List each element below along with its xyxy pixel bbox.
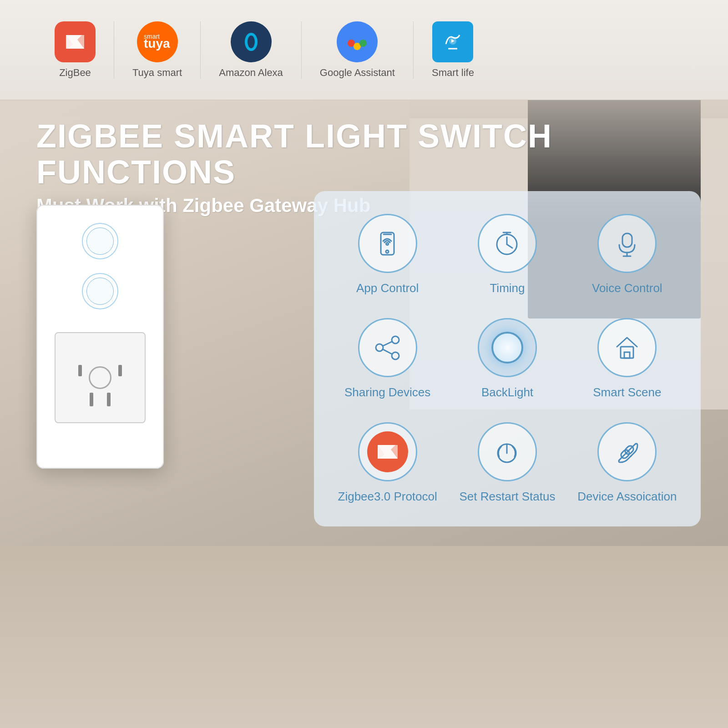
features-panel: App Control Timing Voice Control xyxy=(314,191,701,526)
feature-zigbee: Zigbee3.0 Protocol xyxy=(332,422,443,504)
feature-voice-control: Voice Control xyxy=(572,214,682,295)
switch-device xyxy=(36,205,164,469)
link-icon xyxy=(612,437,642,467)
feature-label-sharing: Sharing Devices xyxy=(344,385,430,399)
zigbee-inner-logo xyxy=(367,431,408,472)
home-icon xyxy=(612,333,642,363)
feature-restart: Set Restart Status xyxy=(452,422,562,504)
room-floor xyxy=(0,546,728,728)
power-outlet xyxy=(55,332,146,423)
switch-button-inner-1 xyxy=(86,228,114,255)
feature-label-zigbee: Zigbee3.0 Protocol xyxy=(338,490,437,504)
mic-icon xyxy=(612,229,642,258)
feature-app-control: App Control xyxy=(332,214,443,295)
tuya-logo: tuya smart xyxy=(137,21,178,62)
zigbee-logo xyxy=(55,21,96,62)
feature-label-voice-control: Voice Control xyxy=(592,281,662,295)
share-icon xyxy=(373,333,402,363)
switch-button-2[interactable] xyxy=(82,273,118,309)
alexa-logo-item: Amazon Alexa xyxy=(201,21,302,79)
outlet-slot-left xyxy=(78,365,82,376)
phone-icon xyxy=(373,229,402,258)
feature-smart-scene: Smart Scene xyxy=(572,318,682,399)
feature-label-device-association: Device Assoication xyxy=(577,490,677,504)
clock-icon xyxy=(492,229,522,258)
feature-label-backlight: BackLight xyxy=(481,385,533,399)
backlight-inner xyxy=(491,332,523,364)
tuya-label: Tuya smart xyxy=(132,67,182,79)
feature-label-restart: Set Restart Status xyxy=(460,490,556,504)
svg-point-25 xyxy=(392,336,399,344)
feature-label-app-control: App Control xyxy=(356,281,419,295)
outlet-pin-right xyxy=(107,393,111,406)
tuya-logo-item: tuya smart Tuya smart xyxy=(114,21,201,79)
feature-circle-timing xyxy=(478,214,537,273)
main-title: ZIGBEE SMART LIGHT SWITCH FUNCTIONS xyxy=(36,118,692,190)
feature-circle-voice-control xyxy=(597,214,657,273)
svg-line-29 xyxy=(383,349,392,354)
svg-point-27 xyxy=(392,352,399,359)
svg-point-6 xyxy=(248,35,255,48)
switch-button-1[interactable] xyxy=(82,223,118,259)
svg-point-26 xyxy=(376,344,383,351)
google-logo xyxy=(337,21,378,62)
svg-rect-22 xyxy=(622,233,632,247)
outlet-slot-right xyxy=(118,365,122,376)
feature-sharing: Sharing Devices xyxy=(332,318,443,399)
logo-bar: ZigBee tuya smart Tuya smart Amazon Alex… xyxy=(0,0,728,100)
svg-rect-31 xyxy=(624,352,630,358)
smartlife-label: Smart life xyxy=(432,67,474,79)
zigbee-label: ZigBee xyxy=(59,67,91,79)
feature-timing: Timing xyxy=(452,214,562,295)
feature-circle-smart-scene xyxy=(597,318,657,377)
alexa-logo xyxy=(231,21,272,62)
feature-device-association: Device Assoication xyxy=(572,422,682,504)
smartlife-logo-item: Smart life xyxy=(414,21,492,79)
feature-label-smart-scene: Smart Scene xyxy=(593,385,661,399)
feature-circle-device-association xyxy=(597,422,657,481)
feature-backlight: BackLight xyxy=(452,318,562,399)
svg-rect-14 xyxy=(381,233,394,255)
google-logo-item: Google Assistant xyxy=(302,21,414,79)
svg-point-10 xyxy=(359,40,367,47)
switch-button-inner-2 xyxy=(86,278,114,305)
svg-text:smart: smart xyxy=(144,33,160,40)
feature-circle-backlight xyxy=(478,318,537,377)
smartlife-logo xyxy=(432,21,473,62)
outlet-pin-left xyxy=(90,393,93,406)
alexa-label: Amazon Alexa xyxy=(219,67,283,79)
outlet-ground-ring xyxy=(89,366,111,389)
google-label: Google Assistant xyxy=(320,67,395,79)
feature-circle-app-control xyxy=(358,214,417,273)
feature-circle-zigbee xyxy=(358,422,417,481)
svg-point-15 xyxy=(386,250,389,253)
feature-circle-sharing xyxy=(358,318,417,377)
power-icon xyxy=(492,437,522,467)
zigbee-logo-item: ZigBee xyxy=(36,21,114,79)
svg-line-19 xyxy=(507,244,512,248)
feature-label-timing: Timing xyxy=(490,281,525,295)
feature-circle-restart xyxy=(478,422,537,481)
svg-point-16 xyxy=(386,243,389,245)
svg-line-28 xyxy=(383,342,392,346)
